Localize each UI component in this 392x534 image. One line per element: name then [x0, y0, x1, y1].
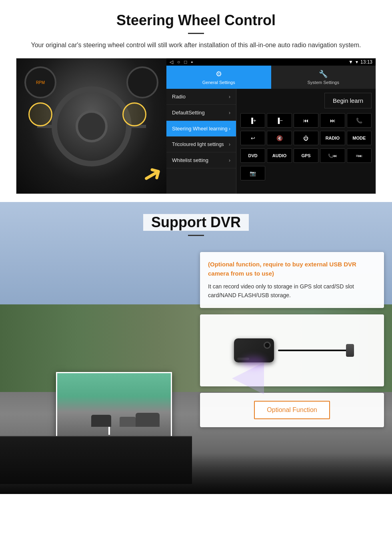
- ctrl-call[interactable]: 📞: [347, 113, 372, 128]
- steering-wheel-ring: [52, 86, 132, 166]
- begin-learn-button[interactable]: Begin learn: [324, 93, 372, 108]
- menu-tricoloured-label: Tricoloured light settings: [172, 142, 224, 147]
- ctrl-mode[interactable]: MODE: [347, 131, 372, 145]
- ctrl-gps[interactable]: GPS: [294, 148, 318, 163]
- dvr-description: It can record video only to storage in G…: [208, 282, 376, 300]
- tab-general-label: General Settings: [202, 80, 235, 85]
- ctrl-dvd[interactable]: DVD: [240, 148, 265, 163]
- dvr-title-area: Support DVR: [0, 202, 392, 244]
- ctrl-camera[interactable]: 📷: [240, 166, 265, 180]
- control-grid-row1: ▐+ ▐− ⏮ ⏭ 📞: [240, 113, 372, 128]
- system-icon: 🔧: [319, 70, 328, 78]
- steering-wheel-bg: RPM ➜: [16, 58, 166, 194]
- ctrl-vol-down[interactable]: ▐−: [267, 113, 292, 128]
- android-panel: ◁ ○ □ ▪ ▼ ▾ 13:13 ⚙ General Settings 🔧 S…: [166, 58, 376, 194]
- chevron-icon: ›: [229, 142, 230, 147]
- highlight-left: [28, 102, 52, 126]
- dvr-left-panel: [0, 244, 192, 484]
- control-grid-row3: DVD AUDIO GPS 📞⏮ ≡⏭: [240, 148, 372, 163]
- tab-system-settings[interactable]: 🔧 System Settings: [271, 66, 376, 89]
- menu-item-default[interactable]: DefaultSetting ›: [166, 105, 236, 121]
- wifi-icon: ▾: [356, 59, 358, 65]
- ctrl-mute[interactable]: 🔇: [267, 131, 292, 145]
- menu-whitelist-label: Whitelist setting: [172, 157, 208, 163]
- ctrl-hangup[interactable]: ↩: [240, 131, 265, 145]
- dvr-title: Support DVR: [143, 214, 249, 231]
- steering-section: Steering Wheel Control Your original car…: [0, 0, 392, 202]
- ctrl-call-next[interactable]: ≡⏭: [347, 148, 372, 163]
- tab-general-settings[interactable]: ⚙ General Settings: [166, 66, 271, 89]
- chevron-icon: ›: [229, 126, 230, 132]
- title-divider: [188, 33, 204, 34]
- square-icon[interactable]: □: [184, 59, 187, 65]
- control-grid-row4: 📷: [240, 166, 372, 180]
- ctrl-next[interactable]: ⏭: [320, 113, 345, 128]
- highlight-right: [122, 102, 146, 126]
- steering-title: Steering Wheel Control: [16, 12, 376, 29]
- dvr-info-card: (Optional function, require to buy exter…: [200, 252, 384, 308]
- steering-subtitle: Your original car's steering wheel contr…: [24, 40, 368, 50]
- menu-item-tricoloured[interactable]: Tricoloured light settings ›: [166, 137, 236, 152]
- demo-container: RPM ➜: [16, 58, 376, 194]
- steering-wheel-image: RPM ➜: [16, 58, 166, 194]
- ctrl-audio[interactable]: AUDIO: [267, 148, 292, 163]
- chevron-icon: ›: [229, 158, 230, 163]
- control-grid-row2: ↩ 🔇 ⏻ RADIO MODE: [240, 131, 372, 145]
- ctrl-prev[interactable]: ⏮: [294, 113, 318, 128]
- steering-wheel-center: [76, 110, 108, 142]
- dvr-right-panel: (Optional function, require to buy exter…: [192, 244, 392, 435]
- chevron-icon: ›: [229, 110, 230, 116]
- menu-item-steering[interactable]: Steering Wheel learning ›: [166, 121, 236, 137]
- tab-system-label: System Settings: [308, 80, 339, 85]
- gear-icon: ⚙: [216, 70, 222, 78]
- ctrl-vol-up[interactable]: ▐+: [240, 113, 265, 128]
- chevron-icon: ›: [229, 94, 230, 100]
- android-body: Radio › DefaultSetting › Steering Wheel …: [166, 89, 376, 194]
- menu-item-whitelist[interactable]: Whitelist setting ›: [166, 152, 236, 168]
- dvr-divider: [188, 235, 204, 236]
- ctrl-radio[interactable]: RADIO: [320, 131, 345, 145]
- signal-icon: ▼: [348, 59, 353, 65]
- status-time: 13:13: [360, 59, 372, 65]
- arrow-overlay: ➜: [138, 159, 166, 190]
- dvr-dashboard: [0, 436, 192, 484]
- home-icon[interactable]: ○: [177, 59, 180, 65]
- menu-radio-label: Radio: [172, 94, 186, 100]
- menu-steering-label: Steering Wheel learning: [172, 126, 228, 132]
- optional-function-button[interactable]: Optional Function: [254, 401, 330, 419]
- menu-default-label: DefaultSetting: [172, 110, 205, 116]
- android-tabs: ⚙ General Settings 🔧 System Settings: [166, 66, 376, 89]
- dvr-camera-product-card: [200, 314, 384, 386]
- begin-learn-row: Begin learn: [240, 93, 372, 108]
- android-statusbar: ◁ ○ □ ▪ ▼ ▾ 13:13: [166, 58, 376, 66]
- dvr-content-area: (Optional function, require to buy exter…: [0, 244, 392, 484]
- android-menu: Radio › DefaultSetting › Steering Wheel …: [166, 89, 236, 194]
- optional-function-container: Optional Function: [200, 393, 384, 427]
- statusbar-nav: ◁ ○ □ ▪: [170, 59, 193, 65]
- menu-icon[interactable]: ▪: [191, 59, 193, 65]
- android-content: Begin learn ▐+ ▐− ⏮ ⏭ 📞 ↩ 🔇 ⏻: [236, 89, 376, 194]
- back-icon[interactable]: ◁: [170, 59, 173, 65]
- ctrl-power[interactable]: ⏻: [294, 131, 318, 145]
- dvr-section: Support DVR: [0, 202, 392, 494]
- menu-item-radio[interactable]: Radio ›: [166, 89, 236, 105]
- ctrl-call-prev[interactable]: 📞⏮: [320, 148, 345, 163]
- dvr-optional-text: (Optional function, require to buy exter…: [208, 260, 376, 278]
